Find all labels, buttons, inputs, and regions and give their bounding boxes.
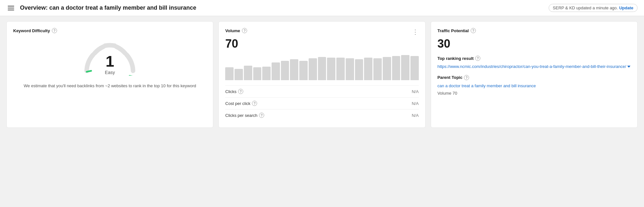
top-ranking-url[interactable]: https://www.ncmic.com/industries/chiropr… <box>437 64 626 69</box>
bar-chart-bar <box>401 55 409 80</box>
hamburger-menu[interactable] <box>6 5 15 12</box>
bar-chart-bar <box>253 67 262 80</box>
update-badge: SERP & KD updated a minute ago. Update <box>549 4 638 12</box>
top-ranking-label: Top ranking result ? <box>437 56 631 61</box>
cpc-row: Cost per click ? N/A <box>225 97 418 109</box>
bar-chart-bar <box>392 56 400 80</box>
bar-chart-bar <box>290 59 298 80</box>
parent-topic-link[interactable]: can a doctor treat a family member and b… <box>437 83 631 89</box>
cps-row: Clicks per search ? N/A <box>225 109 418 121</box>
update-link[interactable]: Update <box>619 5 633 10</box>
bar-chart-bar <box>281 61 289 80</box>
bar-chart-bar <box>355 59 363 80</box>
parent-topic-help-icon[interactable]: ? <box>464 75 469 80</box>
top-ranking-help-icon[interactable]: ? <box>475 56 480 61</box>
cpc-help-icon[interactable]: ? <box>252 101 257 106</box>
traffic-potential-value: 30 <box>437 37 631 51</box>
bar-chart-bar <box>244 66 252 80</box>
kd-header: Keyword Difficulty ? <box>13 28 207 37</box>
volume-card: Volume ? ⋮ 70 Clicks ? N/A Cost per clic… <box>218 21 425 128</box>
volume-header: Volume ? ⋮ <box>225 28 418 37</box>
volume-menu-icon[interactable]: ⋮ <box>412 28 419 36</box>
volume-help-icon[interactable]: ? <box>242 28 247 33</box>
kd-score: 1 <box>105 54 115 69</box>
parent-topic-label: Parent Topic ? <box>437 75 631 80</box>
cps-value: N/A <box>412 113 419 118</box>
traffic-potential-help-icon[interactable]: ? <box>471 28 476 33</box>
kd-help-icon[interactable]: ? <box>52 28 57 33</box>
bar-chart-bar <box>373 58 382 80</box>
update-badge-text: SERP & KD updated a minute ago. <box>553 5 618 10</box>
bar-chart-bar <box>336 58 345 80</box>
bar-chart-bar <box>383 57 391 80</box>
cps-label: Clicks per search ? <box>225 113 264 118</box>
kd-label: Keyword Difficulty ? <box>13 28 207 33</box>
bar-chart-bar <box>327 58 335 80</box>
bar-chart-bar <box>225 67 234 80</box>
clicks-value: N/A <box>412 89 419 94</box>
header: Overview: can a doctor treat a family me… <box>0 0 644 16</box>
kd-description: We estimate that you'll need backlinks f… <box>21 83 199 89</box>
volume-label: Volume ? <box>225 28 247 33</box>
volume-bar-chart <box>225 54 418 80</box>
traffic-potential-label: Traffic Potential ? <box>437 28 631 33</box>
bar-chart-bar <box>235 69 243 80</box>
keyword-difficulty-card: Keyword Difficulty ? <box>6 21 213 128</box>
kd-score-label: Easy <box>105 70 115 75</box>
clicks-help-icon[interactable]: ? <box>238 89 243 94</box>
cpc-value: N/A <box>412 101 419 106</box>
bar-chart-bar <box>410 56 419 80</box>
url-chevron-icon[interactable] <box>627 66 630 68</box>
bar-chart-bar <box>299 61 308 80</box>
bar-chart-bar <box>318 57 326 80</box>
clicks-row: Clicks ? N/A <box>225 85 418 97</box>
parent-topic-volume: Volume 70 <box>437 91 631 96</box>
kd-center: 1 Easy <box>105 54 115 75</box>
traffic-potential-card: Traffic Potential ? 30 Top ranking resul… <box>431 21 638 128</box>
top-ranking-url-container: https://www.ncmic.com/industries/chiropr… <box>437 63 631 70</box>
bar-chart-bar <box>272 62 280 80</box>
bar-chart-bar <box>309 58 317 80</box>
cpc-label: Cost per click ? <box>225 101 257 106</box>
bar-chart-bar <box>262 67 271 80</box>
page-title: Overview: can a doctor treat a family me… <box>20 5 544 11</box>
bar-chart-bar <box>364 58 372 80</box>
main-grid: Keyword Difficulty ? <box>0 16 644 133</box>
clicks-label: Clicks ? <box>225 89 243 94</box>
kd-gauge: 1 Easy <box>78 40 142 76</box>
parent-topic-section: Parent Topic ? can a doctor treat a fami… <box>437 75 631 96</box>
volume-value: 70 <box>225 37 418 51</box>
bar-chart-bar <box>346 58 354 80</box>
cps-help-icon[interactable]: ? <box>259 113 264 118</box>
